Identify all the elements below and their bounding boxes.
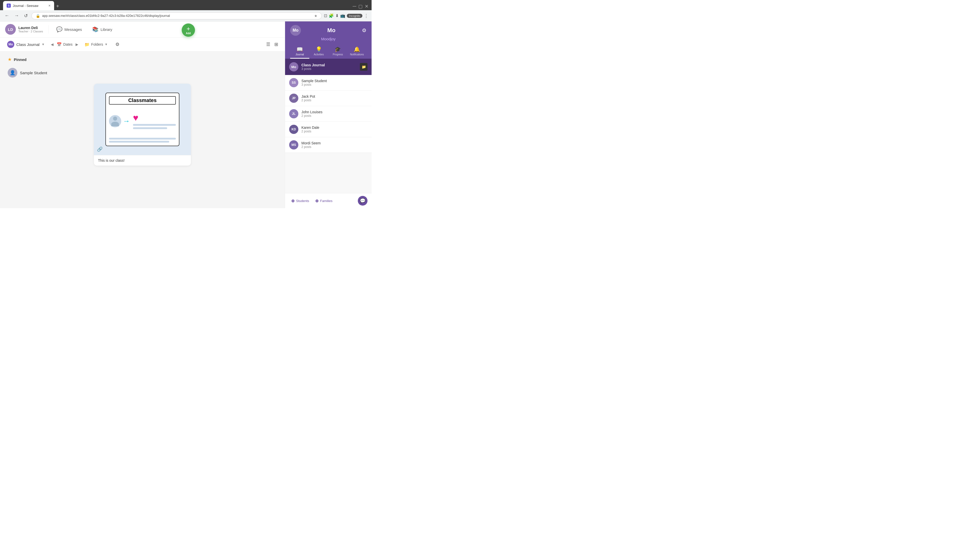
chat-icon: 💬 <box>360 198 366 203</box>
chat-btn[interactable]: 💬 <box>358 196 368 206</box>
sidebar-header: Mo Mo ⚙ Moodjoy 📖 Journal 💡 Activities 🎓… <box>285 21 372 59</box>
folder-icon-btn[interactable]: 📁 <box>360 63 368 71</box>
progress-tab-label: Progress <box>333 53 343 56</box>
activities-tab-icon: 💡 <box>316 46 322 52</box>
student-avatar-jl: JL <box>289 109 298 118</box>
add-plus-icon: + <box>186 26 190 32</box>
notifications-tab-icon: 🔔 <box>354 46 360 52</box>
student-ms-info: Mordi Seem 2 posts <box>301 141 368 149</box>
class-journal-label: Class Journal <box>16 42 40 47</box>
class-mo-badge: Mo <box>289 62 298 71</box>
activities-tab-label: Activities <box>313 53 324 56</box>
families-btn[interactable]: ⊕ Families <box>313 197 334 205</box>
student-avatar-ms: MS <box>289 140 298 149</box>
sidebar-class-name: Moodjoy <box>290 37 366 44</box>
student-list: SS Sample Student 3 posts JP Jack Pot 2 … <box>285 75 372 153</box>
sidebar-mo-badge: Mo <box>290 25 301 36</box>
mo-badge: Mo <box>7 41 14 48</box>
dates-btn[interactable]: 📅 Dates <box>55 41 75 48</box>
classmates-card: Classmates → ♥ <box>105 93 180 146</box>
student-kd-name: Karen Dale <box>301 125 368 130</box>
student-item[interactable]: 👤 Sample Student <box>8 66 277 79</box>
menu-icon[interactable]: ⋮ <box>364 13 369 19</box>
sidebar-tabs: 📖 Journal 💡 Activities 🎓 Progress 🔔 Noti… <box>290 44 366 59</box>
student-item-kd[interactable]: KD Karen Dale 2 posts <box>285 122 372 137</box>
grid-view-btn[interactable]: ⊞ <box>273 40 280 49</box>
url-bar[interactable]: 🔒 app.seesaw.me/#/class/class.e01bf4c2-9… <box>32 12 322 19</box>
journal-tab-icon: 📖 <box>297 46 303 52</box>
student-jp-posts: 2 posts <box>301 98 368 102</box>
avatar: LD <box>5 24 16 35</box>
student-jl-info: John Louises 2 posts <box>301 110 368 118</box>
bookmark-icon[interactable]: ⊡ <box>324 13 327 18</box>
new-tab-btn[interactable]: + <box>56 3 59 9</box>
maximize-btn[interactable]: ▢ <box>358 3 363 9</box>
students-btn[interactable]: ⊕ Students <box>289 197 311 205</box>
library-link[interactable]: 📚 Library <box>89 25 115 34</box>
library-icon: 📚 <box>92 26 99 32</box>
close-window-btn[interactable]: ✕ <box>365 3 369 9</box>
calendar-icon: 📅 <box>57 42 62 47</box>
incognito-badge: Incognito <box>347 14 363 18</box>
arrow-icon: → <box>123 117 130 125</box>
tab-journal[interactable]: 📖 Journal <box>290 44 309 59</box>
class-journal-title: Class Journal <box>301 63 357 67</box>
students-label: Students <box>296 199 309 203</box>
dates-next-btn[interactable]: ▶ <box>75 41 80 48</box>
person-silhouette <box>109 115 121 127</box>
student-item-ms[interactable]: MS Mordi Seem 2 posts <box>285 137 372 153</box>
user-role: Teacher · 2 Classes <box>18 30 43 33</box>
messages-link[interactable]: 💬 Messages <box>54 25 84 34</box>
back-btn[interactable]: ← <box>3 12 11 19</box>
student-jl-posts: 2 posts <box>301 114 368 118</box>
extension-icon[interactable]: 🧩 <box>329 13 334 18</box>
tab-activities[interactable]: 💡 Activities <box>309 44 328 59</box>
student-avatar-kd: KD <box>289 125 298 134</box>
settings-icon[interactable]: ⚙ <box>362 27 366 33</box>
student-item-jl[interactable]: JL John Louises 2 posts <box>285 106 372 122</box>
folders-btn[interactable]: 📁 Folders ▼ <box>83 41 110 48</box>
tab-title: Journal - Seesaw <box>13 4 46 8</box>
student-avatar: 👤 <box>8 68 18 78</box>
forward-btn[interactable]: → <box>13 12 21 19</box>
browser-tab[interactable]: S Journal - Seesaw × <box>3 1 54 10</box>
heart-icon: ♥ <box>133 113 176 122</box>
student-item-ss[interactable]: SS Sample Student 3 posts <box>285 75 372 91</box>
student-ms-name: Mordi Seem <box>301 141 368 145</box>
student-avatar-jp: JP <box>289 94 298 103</box>
cast-icon[interactable]: 📺 <box>340 13 345 18</box>
refresh-btn[interactable]: ↺ <box>22 12 29 20</box>
tab-progress[interactable]: 🎓 Progress <box>328 44 348 59</box>
main-area: LD Lauren Deli Teacher · 2 Classes 💬 Mes… <box>0 21 285 208</box>
filter-btn[interactable]: ⚙ <box>114 40 121 49</box>
sidebar-bottom: ⊕ Students ⊕ Families 💬 <box>285 193 372 208</box>
tab-close-icon[interactable]: × <box>48 3 51 8</box>
student-ms-posts: 2 posts <box>301 145 368 149</box>
student-jl-name: John Louises <box>301 110 368 114</box>
folder-icon: 📁 <box>84 42 89 47</box>
student-item-jp[interactable]: JP Jack Pot 2 posts <box>285 91 372 106</box>
tab-notifications[interactable]: 🔔 Notifications <box>347 44 366 59</box>
class-journal-posts: 3 posts <box>301 67 357 71</box>
pinned-label: Pinned <box>14 57 27 62</box>
list-view-btn[interactable]: ☰ <box>265 40 272 49</box>
student-kd-info: Karen Dale 2 posts <box>301 125 368 133</box>
messages-icon: 💬 <box>56 26 62 32</box>
class-journal-chevron: ▼ <box>41 43 45 46</box>
user-profile[interactable]: LD Lauren Deli Teacher · 2 Classes <box>5 24 43 35</box>
minimize-btn[interactable]: ─ <box>353 3 356 9</box>
class-journal-sidebar-item[interactable]: Mo Class Journal 3 posts 📁 <box>285 59 372 75</box>
add-button[interactable]: + Add <box>182 24 195 37</box>
dates-prev-btn[interactable]: ◀ <box>50 41 55 48</box>
post-image-area: Classmates → ♥ <box>94 84 191 155</box>
dates-label: Dates <box>63 42 73 46</box>
class-journal-btn[interactable]: Mo Class Journal ▼ <box>5 40 47 49</box>
user-details: Lauren Deli Teacher · 2 Classes <box>18 26 43 33</box>
post-link-btn[interactable]: 🔗 <box>97 146 103 152</box>
journal-bar: Mo Class Journal ▼ ◀ 📅 Dates ▶ 📁 Folders… <box>0 38 285 52</box>
student-name: Sample Student <box>20 71 47 75</box>
class-journal-info: Class Journal 3 posts <box>301 63 357 71</box>
families-plus-icon: ⊕ <box>315 198 318 203</box>
download-icon[interactable]: ⬇ <box>335 13 339 18</box>
messages-label: Messages <box>65 27 82 32</box>
